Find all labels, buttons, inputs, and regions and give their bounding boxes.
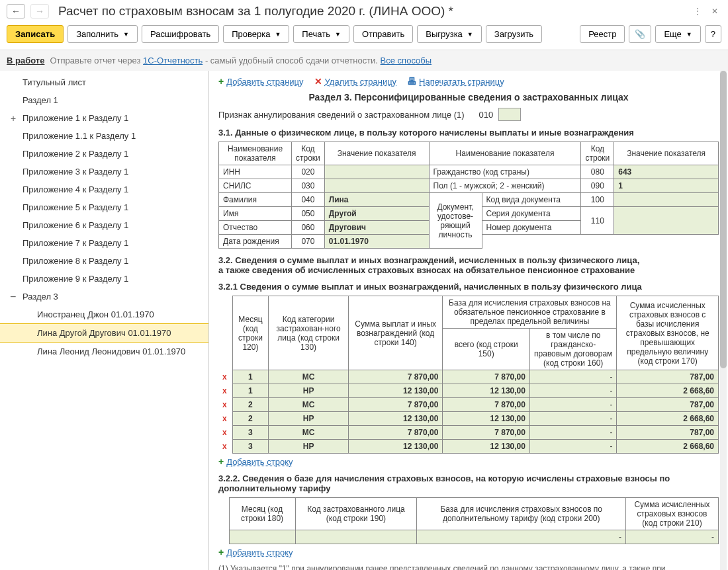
table-row: x1МС7 870,007 870,00-787,00	[218, 370, 719, 384]
scrollbar[interactable]	[720, 71, 727, 570]
info-link-1c[interactable]: 1С-Отчетность	[143, 56, 203, 65]
printer-icon: 🖶	[407, 76, 416, 87]
sex-input[interactable]: 1	[614, 179, 719, 193]
registry-button[interactable]: Реестр	[580, 25, 625, 43]
nav-title-page[interactable]: Титульный лист	[0, 73, 208, 91]
nav-app-1-1[interactable]: Приложение 1.1 к Разделу 1	[0, 127, 208, 145]
nav-app-5[interactable]: Приложение 5 к Разделу 1	[0, 198, 208, 216]
fill-button[interactable]: Заполнить▼	[68, 25, 138, 43]
fam-input[interactable]: Лина	[324, 193, 429, 207]
more-button[interactable]: Еще▼	[655, 25, 700, 43]
navigation-sidebar: Титульный лист Раздел 1 Приложение 1 к Р…	[0, 71, 209, 570]
nav-back-button[interactable]: ←	[7, 4, 25, 19]
s31-title: 3.1. Данные о физическом лице, в пользу …	[218, 128, 719, 138]
chevron-down-icon: ▼	[686, 31, 692, 38]
nav-app-9[interactable]: Приложение 9 к Разделу 1	[0, 270, 208, 288]
delete-row-button[interactable]: x	[218, 384, 232, 398]
delete-page-link[interactable]: Удалить страницу	[325, 77, 397, 87]
print-button[interactable]: Печать▼	[293, 25, 349, 43]
table-row: x2НР12 130,0012 130,00-2 668,60	[218, 412, 719, 426]
window-title: Расчет по страховым взносам за 1 полугод…	[58, 4, 686, 19]
delete-row-button[interactable]: x	[218, 370, 232, 384]
export-button[interactable]: Выгрузка▼	[417, 25, 481, 43]
info-link-all[interactable]: Все способы	[381, 56, 432, 65]
delete-row-button[interactable]: x	[218, 412, 232, 426]
citizen-input[interactable]: 643	[614, 165, 719, 179]
footnote: (1) Указывается "1" при аннулировании ра…	[218, 564, 719, 570]
annul-label: Признак аннулирования сведений о застрах…	[218, 110, 465, 120]
s322-title: 3.2.2. Сведения о базе для начисления ст…	[218, 473, 719, 493]
plus-icon: +	[218, 547, 224, 557]
add-row-322-link[interactable]: Добавить строку	[226, 548, 293, 557]
delete-row-button[interactable]: x	[218, 398, 232, 412]
x-icon: ✕	[314, 76, 322, 87]
print-page-link[interactable]: Напечатать страницу	[419, 77, 504, 87]
delete-row-button[interactable]: x	[218, 440, 232, 454]
attach-button[interactable]: 📎	[629, 25, 651, 43]
kebab-icon[interactable]: ⋮	[691, 5, 704, 18]
plus-icon: +	[218, 456, 224, 467]
table-row: x2МС7 870,007 870,00-787,00	[218, 398, 719, 412]
table-321: Месяц (код строки 120) Код категории зас…	[218, 296, 719, 454]
write-button[interactable]: Записать	[7, 25, 64, 43]
inn-input[interactable]	[324, 165, 429, 179]
table-322: Месяц (код строки 180) Код застрахованно…	[218, 497, 719, 544]
nav-section-1[interactable]: Раздел 1	[0, 91, 208, 109]
help-button[interactable]: ?	[705, 25, 721, 43]
paperclip-icon: 📎	[635, 29, 645, 39]
section-title: Раздел 3. Персонифицированные сведения о…	[218, 92, 719, 102]
nav-person-2[interactable]: Лина Другой Другович 01.01.1970	[0, 323, 208, 343]
check-button[interactable]: Проверка▼	[223, 25, 289, 43]
status-label: В работе	[7, 56, 44, 65]
annul-code: 010	[479, 110, 494, 120]
annul-input[interactable]	[498, 108, 521, 121]
nav-app-7[interactable]: Приложение 7 к Разделу 1	[0, 234, 208, 252]
name-input[interactable]: Другой	[324, 207, 429, 221]
nav-section-3[interactable]: Раздел 3	[0, 288, 208, 305]
import-button[interactable]: Загрузить	[486, 25, 542, 43]
nav-forward-button[interactable]: →	[30, 4, 49, 19]
chevron-down-icon: ▼	[467, 31, 473, 38]
nav-app-4[interactable]: Приложение 4 к Разделу 1	[0, 181, 208, 198]
chevron-down-icon: ▼	[335, 31, 341, 38]
otch-input[interactable]: Другович	[324, 221, 429, 235]
birth-input[interactable]: 01.01.1970	[324, 235, 429, 249]
table-row: x3МС7 870,007 870,00-787,00	[218, 426, 719, 440]
table-row: x3НР12 130,0012 130,00-2 668,60	[218, 440, 719, 454]
delete-row-button[interactable]: x	[218, 426, 232, 440]
s321-title: 3.2.1 Сведения о сумме выплат и иных воз…	[218, 282, 719, 292]
add-row-321-link[interactable]: Добавить строку	[226, 457, 293, 467]
add-page-link[interactable]: Добавить страницу	[226, 77, 303, 87]
decode-button[interactable]: Расшифровать	[142, 25, 219, 43]
dockind-input[interactable]	[614, 193, 719, 207]
chevron-down-icon: ▼	[123, 31, 129, 38]
s32-title: 3.2. Сведения о сумме выплат и иных возн…	[218, 255, 719, 275]
snils-input[interactable]	[324, 179, 429, 193]
table-row: --	[218, 530, 719, 544]
nav-person-3[interactable]: Лина Леонид Леонидович 01.01.1970	[0, 343, 208, 360]
nav-app-2[interactable]: Приложение 2 к Разделу 1	[0, 145, 208, 163]
plus-icon: +	[218, 76, 224, 87]
nav-app-8[interactable]: Приложение 8 к Разделу 1	[0, 252, 208, 270]
send-button[interactable]: Отправить	[353, 25, 413, 43]
close-icon[interactable]: ✕	[708, 5, 721, 18]
nav-app-6[interactable]: Приложение 6 к Разделу 1	[0, 216, 208, 234]
info-text: Отправьте отчет через 1С-Отчетность - са…	[50, 56, 432, 65]
nav-app-3[interactable]: Приложение 3 к Разделу 1	[0, 163, 208, 181]
nav-person-1[interactable]: Иностранец Джон 01.01.1970	[0, 305, 208, 323]
table-31: Наименование показателя Код строки Значе…	[218, 142, 719, 249]
chevron-down-icon: ▼	[275, 31, 281, 38]
table-row: x1НР12 130,0012 130,00-2 668,60	[218, 384, 719, 398]
nav-app-1[interactable]: Приложение 1 к Разделу 1	[0, 109, 208, 127]
docser-input[interactable]	[614, 207, 719, 235]
